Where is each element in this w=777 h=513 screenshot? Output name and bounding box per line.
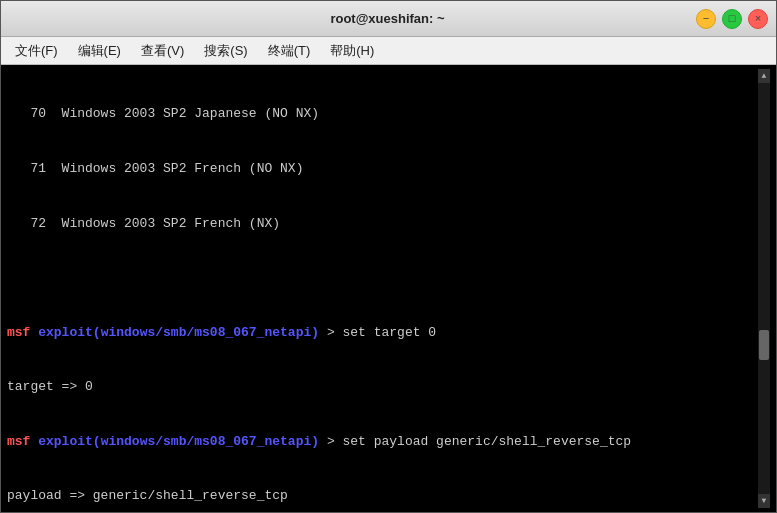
menu-terminal[interactable]: 终端(T) [258,38,321,64]
scrollbar[interactable]: ▲ ▼ [758,69,770,508]
close-button[interactable]: × [748,9,768,29]
line-72: 72 Windows 2003 SP2 French (NX) [7,215,758,233]
titlebar: root@xueshifan: ~ − □ × [1,1,776,37]
scroll-down-arrow[interactable]: ▼ [758,494,770,508]
scrollbar-track[interactable] [758,83,770,494]
menu-file[interactable]: 文件(F) [5,38,68,64]
msf-prompt-1: msf [7,325,30,340]
menu-view[interactable]: 查看(V) [131,38,194,64]
msf-prompt-2: msf [7,434,30,449]
window-controls: − □ × [696,9,768,29]
cmd-set-payload: > set payload generic/shell_reverse_tcp [319,434,631,449]
line-71: 71 Windows 2003 SP2 French (NO NX) [7,160,758,178]
window-title: root@xueshifan: ~ [79,11,696,26]
line-set-payload: msf exploit(windows/smb/ms08_067_netapi)… [7,433,758,451]
scroll-up-arrow[interactable]: ▲ [758,69,770,83]
line-set-target: msf exploit(windows/smb/ms08_067_netapi)… [7,324,758,342]
line-target-result: target => 0 [7,378,758,396]
exploit-name-2: exploit(windows/smb/ms08_067_netapi) [38,434,319,449]
line-payload-result: payload => generic/shell_reverse_tcp [7,487,758,505]
scrollbar-thumb[interactable] [759,330,769,360]
menubar: 文件(F) 编辑(E) 查看(V) 搜索(S) 终端(T) 帮助(H) [1,37,776,65]
maximize-button[interactable]: □ [722,9,742,29]
exploit-name-1: exploit(windows/smb/ms08_067_netapi) [38,325,319,340]
terminal-output: 70 Windows 2003 SP2 Japanese (NO NX) 71 … [7,69,758,508]
menu-help[interactable]: 帮助(H) [320,38,384,64]
menu-edit[interactable]: 编辑(E) [68,38,131,64]
minimize-button[interactable]: − [696,9,716,29]
terminal-body[interactable]: 70 Windows 2003 SP2 Japanese (NO NX) 71 … [1,65,776,512]
line-70: 70 Windows 2003 SP2 Japanese (NO NX) [7,105,758,123]
terminal-window: root@xueshifan: ~ − □ × 文件(F) 编辑(E) 查看(V… [0,0,777,513]
line-blank-1 [7,269,758,287]
cmd-set-target: > set target 0 [319,325,436,340]
menu-search[interactable]: 搜索(S) [194,38,257,64]
